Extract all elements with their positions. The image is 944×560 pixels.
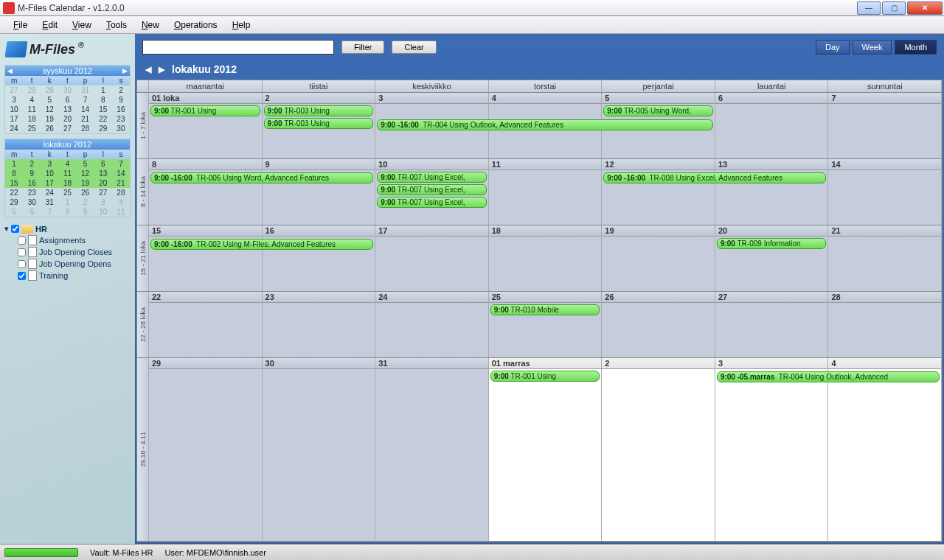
minical-day[interactable]: 7	[41, 207, 58, 217]
week-label[interactable]: 8 - 14 loka	[137, 159, 149, 225]
minical-day[interactable]: 17	[41, 178, 58, 188]
next-month-icon[interactable]: ▶	[159, 65, 164, 74]
day-cell[interactable]: 129:00 -16:00 TR-008 Using Excel, Advanc…	[602, 159, 715, 225]
day-cell[interactable]: 27	[715, 292, 829, 357]
minical-day[interactable]: 7	[112, 159, 130, 169]
calendar-event-span[interactable]: 9:00 -16:00 TR-004 Using Outlook, Advanc…	[377, 119, 713, 130]
calendar-event[interactable]: 9:00 TR-007 Using Excel,	[377, 184, 487, 195]
day-cell[interactable]: 39:00 -16:00 TR-004 Using Outlook, Advan…	[375, 93, 489, 158]
day-cell[interactable]: 39:00 -05.marras TR-004 Using Outlook, A…	[715, 358, 829, 541]
tree-checkbox[interactable]	[18, 260, 26, 268]
minical-day[interactable]: 20	[94, 178, 112, 188]
minical-day[interactable]: 28	[112, 188, 130, 197]
minical-day[interactable]: 5	[77, 159, 94, 169]
minical-day[interactable]: 18	[23, 114, 41, 124]
day-cell[interactable]: 13	[715, 159, 829, 225]
minical-day[interactable]: 10	[41, 169, 58, 178]
minical-day[interactable]: 25	[23, 124, 41, 133]
minical-day[interactable]: 3	[41, 159, 58, 169]
day-cell[interactable]: 01 marras9:00 TR-001 Using	[489, 358, 603, 541]
tree-item[interactable]: Assignments	[18, 234, 131, 246]
minimize-button[interactable]: —	[857, 1, 881, 15]
filter-button[interactable]: Filter	[341, 41, 384, 54]
minical-day[interactable]: 29	[94, 124, 112, 133]
tree-checkbox[interactable]	[11, 225, 19, 233]
day-cell[interactable]: 11	[489, 159, 603, 225]
week-label[interactable]: 29.10 - 4.11	[137, 358, 149, 541]
minicalendar-current[interactable]: lokakuu 2012 mtktpls12345678910111213141…	[4, 139, 131, 217]
minical-day[interactable]: 4	[23, 95, 41, 105]
calendar-event[interactable]: 9:00 TR-001 Using	[150, 105, 260, 116]
day-cell[interactable]: 89:00 -16:00 TR-006 Using Word, Advanced…	[149, 159, 263, 225]
menu-file[interactable]: File	[6, 18, 35, 32]
minical-day[interactable]: 26	[77, 188, 94, 197]
minical-day[interactable]: 8	[58, 207, 76, 217]
day-cell[interactable]: 28	[828, 292, 942, 357]
day-cell[interactable]: 159:00 -16:00 TR-002 Using M-Files, Adva…	[149, 225, 263, 291]
minical-day[interactable]: 21	[112, 178, 130, 188]
day-cell[interactable]: 26	[602, 292, 715, 357]
day-cell[interactable]: 16	[263, 225, 376, 291]
minical-day[interactable]: 1	[5, 159, 23, 169]
day-cell[interactable]: 24	[375, 292, 489, 357]
tree-item[interactable]: Job Opening Closes	[18, 246, 131, 258]
day-cell[interactable]: 6	[715, 93, 829, 158]
day-cell[interactable]: 4	[828, 358, 942, 541]
minical-day[interactable]: 16	[23, 178, 41, 188]
minical-day[interactable]: 21	[77, 114, 94, 124]
minicalendar-prev[interactable]: ◀syyskuu 2012▶ mtktpls272829303112345678…	[4, 65, 131, 134]
minical-day[interactable]: 4	[112, 197, 130, 207]
day-cell[interactable]: 18	[489, 225, 603, 291]
minical-day[interactable]: 20	[58, 114, 76, 124]
minical-day[interactable]: 3	[5, 95, 23, 105]
minical-day[interactable]: 8	[5, 169, 23, 178]
minical-day[interactable]: 15	[5, 178, 23, 188]
day-cell[interactable]: 17	[375, 225, 489, 291]
minical-day[interactable]: 17	[5, 114, 23, 124]
calendar-event[interactable]: 9:00 TR-003 Using	[264, 105, 374, 116]
day-cell[interactable]: 22	[149, 292, 263, 357]
view-week-button[interactable]: Week	[853, 40, 892, 55]
day-cell[interactable]: 259:00 TR-010 Mobile	[489, 292, 603, 357]
day-cell[interactable]: 31	[375, 358, 489, 541]
minical-day[interactable]: 13	[58, 105, 76, 114]
minical-day[interactable]: 9	[112, 95, 130, 105]
tree-checkbox[interactable]	[18, 272, 26, 280]
minical-day[interactable]: 2	[77, 197, 94, 207]
minical-day[interactable]: 1	[94, 85, 112, 95]
calendar-event[interactable]: 9:00 TR-007 Using Excel,	[377, 172, 487, 183]
tree-root[interactable]: ▾ HR	[4, 223, 131, 234]
calendar-event[interactable]: 9:00 TR-005 Using Word,	[603, 105, 713, 116]
minical-day[interactable]: 19	[41, 114, 58, 124]
minical-prev-icon[interactable]: ◀	[7, 67, 13, 74]
minical-day[interactable]: 16	[112, 105, 130, 114]
minical-day[interactable]: 18	[58, 178, 76, 188]
tree-checkbox[interactable]	[18, 248, 26, 256]
minical-day[interactable]: 3	[94, 197, 112, 207]
minical-day[interactable]: 15	[94, 105, 112, 114]
day-cell[interactable]: 9	[263, 159, 376, 225]
view-day-button[interactable]: Day	[816, 40, 850, 55]
minical-day[interactable]: 27	[94, 188, 112, 197]
minical-day[interactable]: 9	[77, 207, 94, 217]
minical-day[interactable]: 14	[77, 105, 94, 114]
day-cell[interactable]: 29	[149, 358, 263, 541]
menu-view[interactable]: View	[65, 18, 99, 32]
week-label[interactable]: 15 - 21 loka	[137, 225, 149, 291]
minical-day[interactable]: 30	[23, 197, 41, 207]
week-label[interactable]: 22 - 28 loka	[137, 292, 149, 357]
day-cell[interactable]: 2	[602, 358, 715, 541]
minical-day[interactable]: 4	[58, 159, 76, 169]
minical-day[interactable]: 25	[58, 188, 76, 197]
calendar-event[interactable]: 9:00 TR-003 Using	[264, 118, 374, 129]
minical-day[interactable]: 29	[41, 85, 58, 95]
filter-input[interactable]	[142, 40, 334, 55]
clear-button[interactable]: Clear	[392, 41, 436, 54]
minical-day[interactable]: 5	[41, 95, 58, 105]
minical-day[interactable]: 12	[41, 105, 58, 114]
minical-day[interactable]: 6	[58, 95, 76, 105]
minical-day[interactable]: 5	[5, 207, 23, 217]
menu-help[interactable]: Help	[225, 18, 258, 32]
minical-day[interactable]: 6	[94, 159, 112, 169]
minical-day[interactable]: 9	[23, 169, 41, 178]
